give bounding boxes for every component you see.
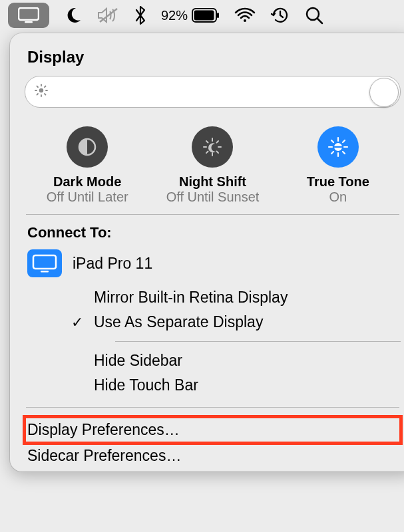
svg-line-24 bbox=[217, 152, 219, 154]
ipad-icon bbox=[27, 249, 62, 277]
mode-row: Dark Mode Off Until Later Night Shift Of… bbox=[25, 126, 401, 205]
dark-mode-status: Off Until Later bbox=[47, 190, 128, 205]
svg-rect-4 bbox=[194, 11, 214, 21]
svg-point-9 bbox=[39, 88, 43, 92]
volume-muted-icon[interactable] bbox=[97, 7, 120, 24]
true-tone-label: True Tone bbox=[307, 174, 369, 190]
battery-percent: 92% bbox=[161, 8, 188, 23]
dark-mode-label: Dark Mode bbox=[53, 174, 121, 190]
svg-rect-0 bbox=[19, 8, 39, 20]
svg-line-34 bbox=[331, 152, 333, 154]
bluetooth-icon[interactable] bbox=[134, 5, 146, 25]
svg-rect-38 bbox=[41, 271, 49, 273]
sidecar-preferences-item[interactable]: Sidecar Preferences… bbox=[25, 443, 401, 469]
svg-line-25 bbox=[217, 141, 219, 143]
display-preferences-label: Display Preferences… bbox=[27, 421, 180, 438]
true-tone-status: On bbox=[329, 190, 347, 205]
hide-touchbar-option[interactable]: Hide Touch Bar bbox=[70, 373, 401, 398]
svg-rect-5 bbox=[217, 13, 219, 18]
true-tone-toggle[interactable]: True Tone On bbox=[276, 126, 400, 205]
dark-mode-toggle[interactable]: Dark Mode Off Until Later bbox=[25, 126, 149, 205]
svg-point-6 bbox=[244, 19, 246, 22]
hide-touchbar-label: Hide Touch Bar bbox=[94, 376, 198, 394]
svg-line-16 bbox=[45, 86, 46, 88]
separator bbox=[26, 407, 399, 408]
separator bbox=[115, 341, 401, 342]
time-machine-icon[interactable] bbox=[270, 5, 290, 25]
menu-bar: 92% bbox=[0, 0, 404, 31]
separate-display-option[interactable]: ✓ Use As Separate Display bbox=[70, 310, 401, 334]
hide-sidebar-label: Hide Sidebar bbox=[94, 352, 182, 370]
wifi-icon[interactable] bbox=[234, 7, 256, 23]
svg-line-8 bbox=[317, 19, 322, 23]
device-name: iPad Pro 11 bbox=[73, 255, 152, 273]
brightness-slider[interactable] bbox=[25, 76, 401, 108]
battery-status[interactable]: 92% bbox=[161, 8, 220, 23]
svg-line-17 bbox=[37, 94, 39, 95]
brightness-low-icon bbox=[35, 84, 48, 100]
device-options: Mirror Built-in Retina Display ✓ Use As … bbox=[70, 285, 401, 398]
svg-line-31 bbox=[331, 140, 333, 142]
mirror-label: Mirror Built-in Retina Display bbox=[94, 289, 288, 307]
true-tone-icon bbox=[317, 126, 359, 168]
night-shift-status: Off Until Sunset bbox=[166, 190, 260, 205]
display-icon bbox=[18, 7, 39, 23]
svg-line-14 bbox=[37, 86, 39, 88]
separate-label: Use As Separate Display bbox=[94, 313, 263, 331]
display-menubar-button[interactable] bbox=[8, 3, 49, 28]
sidecar-preferences-label: Sidecar Preferences… bbox=[27, 447, 181, 464]
night-shift-toggle[interactable]: Night Shift Off Until Sunset bbox=[150, 126, 274, 205]
svg-rect-37 bbox=[33, 255, 56, 269]
mirror-option[interactable]: Mirror Built-in Retina Display bbox=[70, 285, 401, 310]
hide-sidebar-option[interactable]: Hide Sidebar bbox=[70, 348, 401, 373]
svg-rect-36 bbox=[334, 146, 342, 148]
dark-mode-icon bbox=[67, 126, 108, 168]
display-popup: Display Dark Mode Off Until Later Night … bbox=[10, 33, 404, 471]
svg-line-15 bbox=[45, 94, 46, 95]
checkmark-icon: ✓ bbox=[70, 314, 85, 331]
battery-icon bbox=[192, 8, 220, 23]
svg-line-23 bbox=[206, 141, 208, 143]
display-preferences-item[interactable]: Display Preferences… bbox=[25, 417, 401, 443]
night-shift-icon bbox=[192, 126, 233, 168]
brightness-knob[interactable] bbox=[369, 78, 399, 107]
svg-rect-1 bbox=[25, 21, 33, 23]
separator bbox=[26, 214, 399, 215]
spotlight-icon[interactable] bbox=[305, 6, 323, 25]
night-shift-label: Night Shift bbox=[179, 174, 246, 190]
popup-title: Display bbox=[27, 48, 398, 66]
svg-line-32 bbox=[343, 152, 345, 154]
connect-device-row[interactable]: iPad Pro 11 bbox=[27, 249, 398, 277]
svg-line-33 bbox=[343, 140, 345, 142]
connect-to-label: Connect To: bbox=[27, 224, 398, 241]
do-not-disturb-icon[interactable] bbox=[64, 6, 83, 25]
svg-line-26 bbox=[206, 152, 208, 154]
